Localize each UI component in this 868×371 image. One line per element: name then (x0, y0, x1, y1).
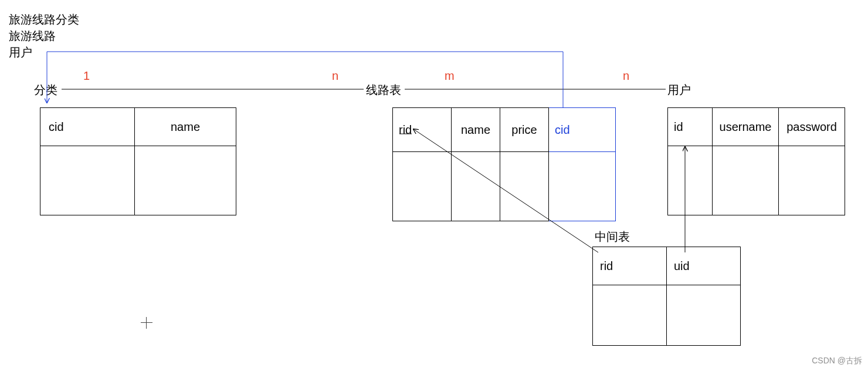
cursor-cross-icon (141, 317, 152, 329)
category-table: cid name (40, 107, 236, 215)
cardinality-m: m (445, 69, 455, 83)
route-col-price: price (500, 108, 549, 152)
user-title: 用户 (667, 82, 691, 98)
heading-line2: 旅游线路 (9, 28, 56, 44)
user-table: id username password (667, 107, 845, 215)
category-row-empty-1 (40, 146, 135, 215)
category-col-name: name (135, 108, 236, 146)
route-col-name: name (452, 108, 500, 152)
user-row-empty-3 (779, 146, 845, 215)
route-col-cid: cid (549, 108, 616, 152)
route-row-empty-4 (549, 152, 616, 221)
heading-line1: 旅游线路分类 (9, 12, 79, 28)
category-title: 分类 (34, 82, 57, 98)
category-row-empty-2 (135, 146, 236, 215)
cardinality-n-left: n (332, 69, 338, 83)
junction-row-empty-2 (667, 285, 741, 346)
category-col-cid: cid (40, 108, 135, 146)
user-col-password: password (779, 108, 845, 146)
junction-row-empty-1 (593, 285, 667, 346)
user-col-username: username (713, 108, 779, 146)
route-col-rid: rid (393, 108, 452, 152)
heading-line3: 用户 (9, 45, 32, 60)
cardinality-1: 1 (83, 69, 90, 83)
cardinality-n-right: n (623, 69, 629, 83)
route-title: 线路表 (366, 82, 401, 98)
user-row-empty-2 (713, 146, 779, 215)
user-col-id: id (668, 108, 713, 146)
junction-table: rid uid (592, 247, 741, 346)
route-row-empty-1 (393, 152, 452, 221)
junction-col-rid: rid (593, 247, 667, 285)
watermark: CSDN @古拆 (812, 356, 862, 366)
route-row-empty-3 (500, 152, 549, 221)
route-row-empty-2 (452, 152, 500, 221)
user-row-empty-1 (668, 146, 713, 215)
junction-title: 中间表 (595, 229, 630, 245)
junction-col-uid: uid (667, 247, 741, 285)
route-table: rid name price cid (392, 107, 616, 221)
